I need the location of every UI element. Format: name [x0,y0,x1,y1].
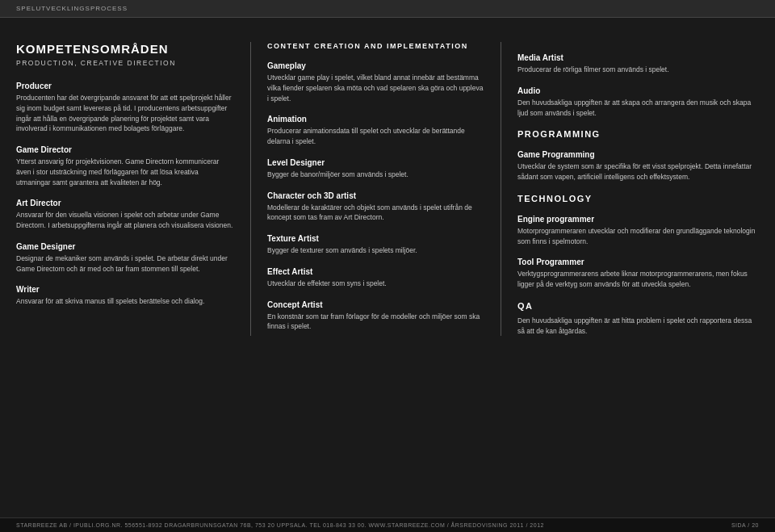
list-item: Game Designer Designar de mekaniker som … [16,242,234,274]
left-column: KOMPETENSOMRÅDEN PRODUCTION, CREATIVE DI… [16,42,250,336]
footer: STARBREEZE AB / IPUBLI.ORG.NR. 556551-89… [0,517,775,532]
top-bar-label: SPELUTVECKLINGSPROCESS [16,5,128,12]
role-title: Tool Programmer [517,258,759,266]
list-item: Texture Artist Bygger de texturer som an… [267,234,484,256]
list-item: Producer Producenten har det övergripand… [16,82,234,134]
list-item: Level Designer Bygger de banor/miljöer s… [267,158,484,180]
list-item: Art Director Ansvarar för den visuella v… [16,199,234,231]
role-desc: Designar de mekaniker som används i spel… [16,253,234,274]
list-item: Concept Artist En konstnär som tar fram … [267,300,484,333]
role-title: Writer [16,285,234,294]
list-item: Tool Programmer Verktygsprogrammerarens … [517,258,759,290]
role-title: Producer [16,82,234,90]
role-title: Character och 3D artist [267,191,484,200]
middle-column: CONTENT CREATION AND IMPLEMENTATION Game… [250,42,501,336]
role-desc: Ansvarar för att skriva manus till spele… [16,296,234,307]
role-title: Engine programmer [517,215,759,224]
role-title: Texture Artist [267,234,484,243]
role-desc: Den huvudsakliga uppgiften är att skapa … [517,98,759,119]
top-bar: SPELUTVECKLINGSPROCESS [0,0,775,18]
role-desc: Producerar animationsdata till spelet oc… [267,126,484,147]
left-title: KOMPETENSOMRÅDEN [16,42,234,56]
middle-header: CONTENT CREATION AND IMPLEMENTATION [267,42,484,50]
list-item: Game Director Ytterst ansvarig för proje… [16,145,234,187]
qa-title: QA [517,301,759,311]
programming-title: PROGRAMMING [517,129,759,139]
role-desc: Producenten har det övergripande ansvare… [16,93,234,134]
middle-roles: Gameplay Utvecklar game play i spelet, v… [267,61,484,332]
role-desc: Ytterst ansvarig för projektvisionen. Ga… [16,157,234,187]
role-title: Concept Artist [267,300,484,309]
role-title: Audio [517,86,759,95]
role-title: Game Designer [16,242,234,251]
role-title: Media Artist [517,53,759,62]
footer-right: SIDA / 20 [731,522,759,528]
tech-roles: Engine programmer Motorprogrammeraren ut… [517,215,759,290]
role-desc: Motorprogrammeraren utvecklar och modifi… [517,226,759,247]
list-item: Game Programming Utvecklar de system som… [517,150,759,182]
list-item: Effect Artist Utvecklar de effekter som … [267,267,484,289]
role-title: Animation [267,115,484,124]
role-desc: Utvecklar game play i spelet, vilket bla… [267,73,484,103]
role-desc: En konstnär som tar fram förlagor för de… [267,312,484,333]
programming-roles: Game Programming Utvecklar de system som… [517,150,759,182]
role-desc: Ansvarar för den visuella visionen i spe… [16,210,234,231]
left-subtitle: PRODUCTION, CREATIVE DIRECTION [16,59,234,67]
role-desc: Modellerar de karaktärer och objekt som … [267,203,484,224]
role-desc: Bygger de banor/miljöer som används i sp… [267,170,484,180]
list-item: Audio Den huvudsakliga uppgiften är att … [517,86,759,119]
role-title: Game Programming [517,150,759,159]
list-item: Animation Producerar animationsdata till… [267,115,484,147]
main-content: KOMPETENSOMRÅDEN PRODUCTION, CREATIVE DI… [0,18,775,360]
role-title: Game Director [16,145,234,154]
role-title: Level Designer [267,158,484,167]
right-column: Media Artist Producerar de rörliga filme… [501,42,759,336]
role-desc: Bygger de texturer som används i spelets… [267,245,484,256]
role-desc: Verktygsprogrammerarens arbete liknar mo… [517,269,759,290]
role-desc: Producerar de rörliga filmer som används… [517,65,759,75]
qa-desc: Den huvudsakliga uppgiften är att hitta … [517,316,759,337]
role-desc: Utvecklar de system som är specifika för… [517,161,759,182]
list-item: Writer Ansvarar för att skriva manus til… [16,285,234,307]
footer-left: STARBREEZE AB / IPUBLI.ORG.NR. 556551-89… [16,522,544,528]
list-item: Media Artist Producerar de rörliga filme… [517,53,759,75]
left-roles: Producer Producenten har det övergripand… [16,82,234,307]
right-media-roles: Media Artist Producerar de rörliga filme… [517,53,759,118]
role-title: Effect Artist [267,267,484,276]
role-title: Art Director [16,199,234,207]
role-desc: Utvecklar de effekter som syns i spelet. [267,279,484,289]
list-item: Engine programmer Motorprogrammeraren ut… [517,215,759,247]
role-title: Gameplay [267,61,484,70]
tech-title: TECHNOLOGY [517,194,759,203]
list-item: Gameplay Utvecklar game play i spelet, v… [267,61,484,103]
list-item: Character och 3D artist Modellerar de ka… [267,191,484,224]
